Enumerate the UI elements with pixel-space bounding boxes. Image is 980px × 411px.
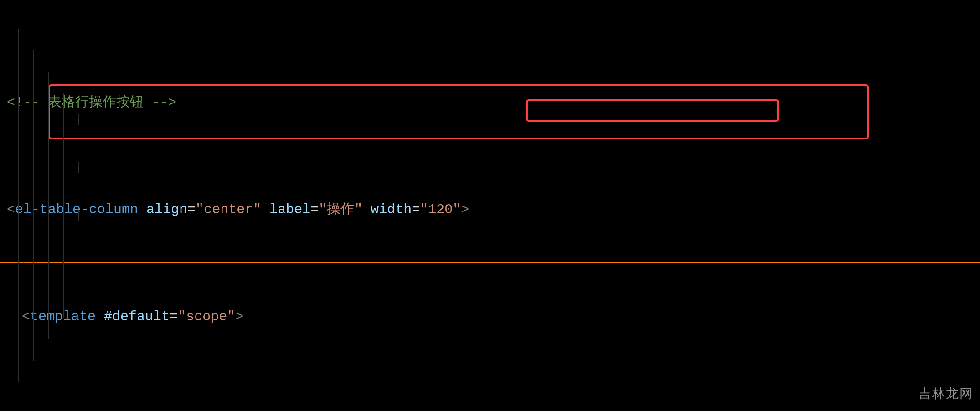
code-editor[interactable]: <!-- 表格行操作按钮 --> <el-table-column align=… — [0, 0, 980, 411]
indent-guide — [78, 114, 79, 125]
annotation-rule — [0, 247, 980, 247]
code-line: <el-table-column align="center" label="操… — [7, 199, 980, 221]
indent-guide — [78, 162, 79, 173]
code-line: <template #default="scope"> — [7, 306, 980, 328]
watermark: 吉林龙网 — [918, 383, 973, 404]
code-line: <!-- 表格行操作按钮 --> — [7, 92, 980, 113]
annotation-rule — [0, 262, 980, 263]
